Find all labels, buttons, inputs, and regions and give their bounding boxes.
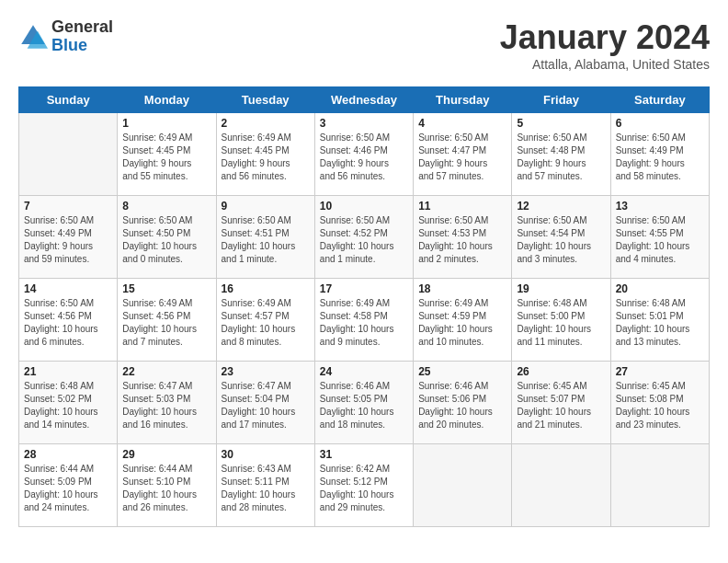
page-header: General Blue January 2024 Attalla, Alaba… bbox=[18, 18, 710, 72]
day-info: Sunrise: 6:50 AM Sunset: 4:46 PM Dayligh… bbox=[320, 132, 408, 183]
day-number: 26 bbox=[517, 365, 605, 378]
week-row-5: 28Sunrise: 6:44 AM Sunset: 5:09 PM Dayli… bbox=[19, 444, 710, 527]
logo-general-text: General bbox=[51, 18, 113, 37]
header-sunday: Sunday bbox=[19, 87, 118, 113]
calendar-cell: 21Sunrise: 6:48 AM Sunset: 5:02 PM Dayli… bbox=[19, 362, 118, 444]
day-number: 24 bbox=[320, 365, 408, 378]
calendar-cell: 15Sunrise: 6:49 AM Sunset: 4:56 PM Dayli… bbox=[118, 279, 216, 362]
day-info: Sunrise: 6:44 AM Sunset: 5:09 PM Dayligh… bbox=[24, 463, 112, 514]
day-info: Sunrise: 6:50 AM Sunset: 4:47 PM Dayligh… bbox=[418, 132, 506, 183]
day-info: Sunrise: 6:48 AM Sunset: 5:02 PM Dayligh… bbox=[24, 380, 112, 431]
header-monday: Monday bbox=[118, 87, 216, 113]
day-info: Sunrise: 6:49 AM Sunset: 4:58 PM Dayligh… bbox=[320, 297, 408, 349]
header-thursday: Thursday bbox=[414, 87, 512, 113]
week-row-4: 21Sunrise: 6:48 AM Sunset: 5:02 PM Dayli… bbox=[19, 362, 710, 444]
calendar-body: 1Sunrise: 6:49 AM Sunset: 4:45 PM Daylig… bbox=[19, 113, 710, 527]
day-info: Sunrise: 6:50 AM Sunset: 4:48 PM Dayligh… bbox=[517, 132, 605, 183]
calendar-cell: 12Sunrise: 6:50 AM Sunset: 4:54 PM Dayli… bbox=[512, 196, 610, 279]
header-tuesday: Tuesday bbox=[216, 87, 314, 113]
day-number: 20 bbox=[616, 282, 704, 295]
day-info: Sunrise: 6:49 AM Sunset: 4:59 PM Dayligh… bbox=[418, 297, 506, 349]
day-info: Sunrise: 6:49 AM Sunset: 4:57 PM Dayligh… bbox=[222, 297, 310, 349]
header-wednesday: Wednesday bbox=[314, 87, 413, 113]
calendar-cell: 19Sunrise: 6:48 AM Sunset: 5:00 PM Dayli… bbox=[512, 279, 610, 362]
day-info: Sunrise: 6:49 AM Sunset: 4:45 PM Dayligh… bbox=[122, 132, 210, 183]
calendar-cell: 10Sunrise: 6:50 AM Sunset: 4:52 PM Dayli… bbox=[314, 196, 413, 279]
day-number: 22 bbox=[122, 365, 210, 378]
day-number: 28 bbox=[24, 448, 112, 461]
day-info: Sunrise: 6:48 AM Sunset: 5:00 PM Dayligh… bbox=[517, 297, 605, 349]
week-row-3: 14Sunrise: 6:50 AM Sunset: 4:56 PM Dayli… bbox=[19, 279, 710, 362]
calendar-cell: 9Sunrise: 6:50 AM Sunset: 4:51 PM Daylig… bbox=[216, 196, 314, 279]
calendar-cell: 8Sunrise: 6:50 AM Sunset: 4:50 PM Daylig… bbox=[118, 196, 216, 279]
day-number: 2 bbox=[222, 117, 310, 130]
day-info: Sunrise: 6:50 AM Sunset: 4:54 PM Dayligh… bbox=[517, 214, 605, 266]
calendar-cell: 17Sunrise: 6:49 AM Sunset: 4:58 PM Dayli… bbox=[314, 279, 413, 362]
calendar-cell: 14Sunrise: 6:50 AM Sunset: 4:56 PM Dayli… bbox=[19, 279, 118, 362]
calendar-cell: 26Sunrise: 6:45 AM Sunset: 5:07 PM Dayli… bbox=[512, 362, 610, 444]
calendar-cell: 18Sunrise: 6:49 AM Sunset: 4:59 PM Dayli… bbox=[414, 279, 512, 362]
calendar-cell bbox=[610, 444, 709, 527]
calendar-cell: 6Sunrise: 6:50 AM Sunset: 4:49 PM Daylig… bbox=[610, 113, 709, 196]
day-number: 30 bbox=[222, 448, 310, 461]
calendar-cell bbox=[414, 444, 512, 527]
calendar-cell: 1Sunrise: 6:49 AM Sunset: 4:45 PM Daylig… bbox=[118, 113, 216, 196]
calendar-cell: 5Sunrise: 6:50 AM Sunset: 4:48 PM Daylig… bbox=[512, 113, 610, 196]
day-number: 13 bbox=[616, 200, 704, 213]
day-info: Sunrise: 6:47 AM Sunset: 5:03 PM Dayligh… bbox=[122, 380, 210, 431]
day-info: Sunrise: 6:50 AM Sunset: 4:52 PM Dayligh… bbox=[320, 214, 408, 266]
day-number: 16 bbox=[222, 282, 310, 295]
day-info: Sunrise: 6:50 AM Sunset: 4:55 PM Dayligh… bbox=[616, 214, 704, 266]
day-info: Sunrise: 6:49 AM Sunset: 4:56 PM Dayligh… bbox=[122, 297, 210, 349]
day-info: Sunrise: 6:50 AM Sunset: 4:56 PM Dayligh… bbox=[24, 297, 112, 349]
calendar-cell bbox=[512, 444, 610, 527]
day-info: Sunrise: 6:47 AM Sunset: 5:04 PM Dayligh… bbox=[222, 380, 310, 431]
calendar-cell: 30Sunrise: 6:43 AM Sunset: 5:11 PM Dayli… bbox=[216, 444, 314, 527]
day-number: 25 bbox=[418, 365, 506, 378]
day-info: Sunrise: 6:45 AM Sunset: 5:07 PM Dayligh… bbox=[517, 380, 605, 431]
day-number: 29 bbox=[122, 448, 210, 461]
calendar-cell: 7Sunrise: 6:50 AM Sunset: 4:49 PM Daylig… bbox=[19, 196, 118, 279]
day-number: 9 bbox=[222, 200, 310, 213]
calendar-cell: 24Sunrise: 6:46 AM Sunset: 5:05 PM Dayli… bbox=[314, 362, 413, 444]
header-friday: Friday bbox=[512, 87, 610, 113]
logo-icon bbox=[18, 22, 48, 52]
day-number: 18 bbox=[418, 282, 506, 295]
logo-blue-text: Blue bbox=[51, 37, 113, 55]
day-number: 1 bbox=[122, 117, 210, 130]
calendar-cell: 2Sunrise: 6:49 AM Sunset: 4:45 PM Daylig… bbox=[216, 113, 314, 196]
day-number: 5 bbox=[517, 117, 605, 130]
logo: General Blue bbox=[18, 18, 113, 55]
header-saturday: Saturday bbox=[610, 87, 709, 113]
calendar-cell: 27Sunrise: 6:45 AM Sunset: 5:08 PM Dayli… bbox=[610, 362, 709, 444]
day-number: 15 bbox=[122, 282, 210, 295]
day-number: 4 bbox=[418, 117, 506, 130]
calendar-cell: 16Sunrise: 6:49 AM Sunset: 4:57 PM Dayli… bbox=[216, 279, 314, 362]
day-info: Sunrise: 6:50 AM Sunset: 4:49 PM Dayligh… bbox=[616, 132, 704, 183]
day-info: Sunrise: 6:50 AM Sunset: 4:53 PM Dayligh… bbox=[418, 214, 506, 266]
day-info: Sunrise: 6:48 AM Sunset: 5:01 PM Dayligh… bbox=[616, 297, 704, 349]
day-number: 14 bbox=[24, 282, 112, 295]
calendar-cell: 22Sunrise: 6:47 AM Sunset: 5:03 PM Dayli… bbox=[118, 362, 216, 444]
day-number: 10 bbox=[320, 200, 408, 213]
day-number: 19 bbox=[517, 282, 605, 295]
day-info: Sunrise: 6:42 AM Sunset: 5:12 PM Dayligh… bbox=[320, 463, 408, 514]
day-number: 11 bbox=[418, 200, 506, 213]
calendar-cell: 13Sunrise: 6:50 AM Sunset: 4:55 PM Dayli… bbox=[610, 196, 709, 279]
day-number: 31 bbox=[320, 448, 408, 461]
calendar-cell: 20Sunrise: 6:48 AM Sunset: 5:01 PM Dayli… bbox=[610, 279, 709, 362]
day-number: 8 bbox=[122, 200, 210, 213]
calendar-cell: 4Sunrise: 6:50 AM Sunset: 4:47 PM Daylig… bbox=[414, 113, 512, 196]
calendar-cell bbox=[19, 113, 118, 196]
day-info: Sunrise: 6:50 AM Sunset: 4:51 PM Dayligh… bbox=[222, 214, 310, 266]
day-info: Sunrise: 6:44 AM Sunset: 5:10 PM Dayligh… bbox=[122, 463, 210, 514]
calendar-cell: 23Sunrise: 6:47 AM Sunset: 5:04 PM Dayli… bbox=[216, 362, 314, 444]
day-number: 17 bbox=[320, 282, 408, 295]
calendar-cell: 31Sunrise: 6:42 AM Sunset: 5:12 PM Dayli… bbox=[314, 444, 413, 527]
header-row: SundayMondayTuesdayWednesdayThursdayFrid… bbox=[19, 87, 710, 113]
day-number: 21 bbox=[24, 365, 112, 378]
day-number: 3 bbox=[320, 117, 408, 130]
day-info: Sunrise: 6:43 AM Sunset: 5:11 PM Dayligh… bbox=[222, 463, 310, 514]
day-info: Sunrise: 6:50 AM Sunset: 4:49 PM Dayligh… bbox=[24, 214, 112, 266]
day-number: 7 bbox=[24, 200, 112, 213]
